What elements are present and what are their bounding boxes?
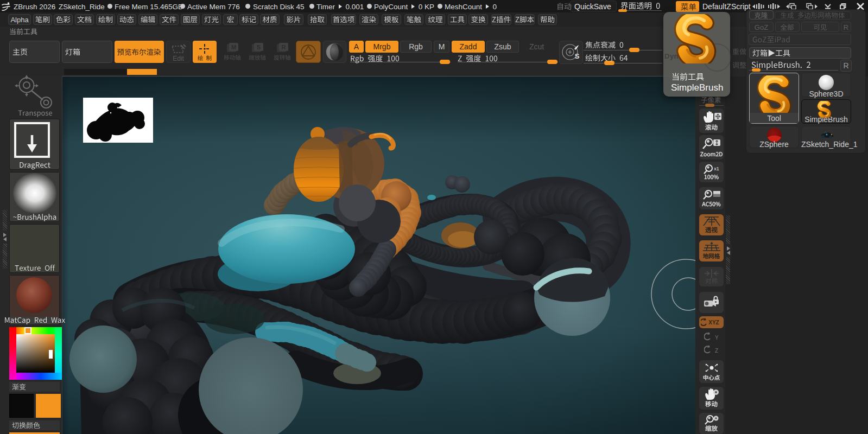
svg-text:S: S [575, 52, 580, 60]
svg-text:XYZ: XYZ [708, 320, 719, 326]
svg-text:x1: x1 [714, 166, 719, 171]
svg-text:Y: Y [715, 335, 719, 341]
svg-text:S: S [257, 44, 261, 50]
svg-text:Z: Z [715, 348, 718, 354]
svg-text:M: M [231, 44, 236, 50]
svg-text:R: R [282, 44, 286, 50]
